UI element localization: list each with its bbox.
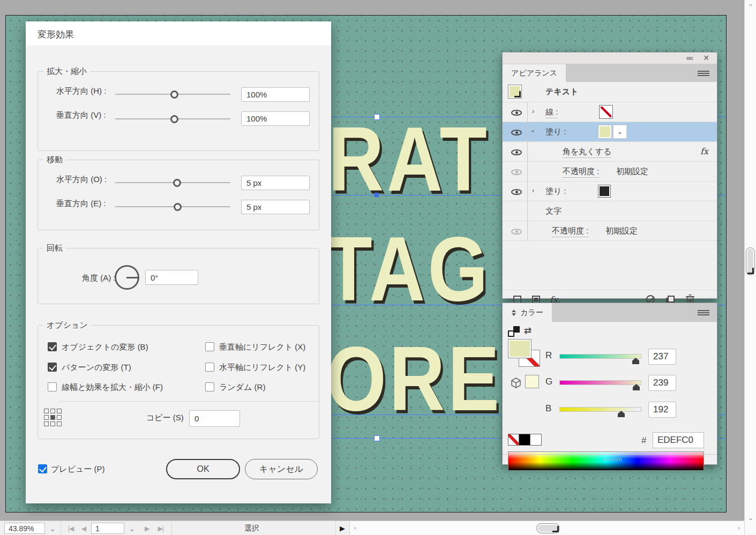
red-value-input[interactable]: 237 bbox=[648, 349, 676, 365]
anchor-point[interactable] bbox=[375, 193, 379, 197]
scale-vertical-input[interactable]: 100% bbox=[241, 111, 310, 126]
random-label: ランダム (R) bbox=[219, 382, 265, 393]
move-horizontal-slider-knob[interactable] bbox=[173, 179, 181, 187]
last-page-icon[interactable]: ▶| bbox=[154, 523, 167, 534]
expand-chevron-icon[interactable]: › bbox=[532, 187, 534, 194]
vertical-scrollbar[interactable]: ⌃ ⌄ bbox=[744, 0, 756, 535]
selection-handle[interactable] bbox=[374, 114, 380, 120]
green-channel-slider[interactable] bbox=[559, 380, 641, 385]
page-dropdown-icon[interactable]: ⌄ bbox=[125, 523, 138, 534]
collapse-chevron-icon[interactable]: › bbox=[529, 130, 537, 132]
blue-channel-label: B bbox=[545, 403, 551, 414]
first-page-icon[interactable]: |◀ bbox=[64, 523, 77, 534]
scale-vertical-slider-knob[interactable] bbox=[170, 115, 178, 123]
fill-dropdown-icon[interactable]: ⌄ bbox=[613, 125, 627, 139]
color-panel-resize-strip[interactable] bbox=[503, 454, 717, 463]
ok-button[interactable]: OK bbox=[166, 459, 240, 479]
scale-strokes-effects-checkbox[interactable] bbox=[48, 382, 57, 391]
fill-label[interactable]: 塗り : bbox=[545, 127, 566, 137]
reflect-x-checkbox[interactable] bbox=[205, 342, 214, 351]
expand-chevron-icon[interactable]: › bbox=[532, 108, 534, 115]
transform-objects-checkbox[interactable] bbox=[48, 342, 57, 351]
black-swatch[interactable] bbox=[519, 434, 530, 446]
fill-black-swatch[interactable] bbox=[598, 185, 611, 198]
transform-patterns-label: パターンの変形 (T) bbox=[62, 363, 131, 373]
visibility-eye-icon[interactable] bbox=[511, 149, 522, 155]
close-panel-icon[interactable]: ✕ bbox=[703, 54, 709, 62]
scale-horizontal-slider-knob[interactable] bbox=[170, 91, 178, 99]
move-vertical-input[interactable]: 5 px bbox=[241, 200, 310, 214]
zoom-level-input[interactable]: 43.89% bbox=[4, 523, 45, 534]
transform-patterns-checkbox[interactable] bbox=[48, 363, 57, 372]
panel-menu-icon[interactable] bbox=[698, 71, 709, 76]
scroll-down-icon[interactable]: ⌄ bbox=[745, 514, 756, 522]
blue-channel-slider[interactable] bbox=[559, 407, 641, 412]
visibility-eye-icon-dim[interactable] bbox=[511, 169, 522, 175]
swap-fill-stroke-icon[interactable]: ⇄ bbox=[524, 325, 532, 336]
move-horizontal-input[interactable]: 5 px bbox=[241, 176, 310, 190]
scale-horizontal-input[interactable]: 100% bbox=[241, 87, 310, 102]
horizontal-scrollbar[interactable]: ‹ › bbox=[349, 521, 744, 535]
panel-menu-icon[interactable] bbox=[698, 310, 709, 315]
reference-point-locator[interactable] bbox=[44, 409, 62, 426]
zoom-dropdown-icon[interactable]: ⌄ bbox=[46, 523, 59, 534]
round-corners-row[interactable]: 角を丸くする fx bbox=[503, 142, 717, 162]
tab-appearance[interactable]: アピアランス bbox=[503, 64, 566, 82]
fill-black-label[interactable]: 塗り : bbox=[545, 186, 566, 197]
scroll-up-icon[interactable]: ⌃ bbox=[745, 3, 756, 11]
visibility-eye-icon[interactable] bbox=[511, 110, 522, 116]
cancel-button[interactable]: キャンセル bbox=[245, 459, 318, 479]
scroll-right-icon[interactable]: › bbox=[738, 524, 740, 532]
none-swatch[interactable] bbox=[508, 434, 519, 446]
next-page-icon[interactable]: ▶ bbox=[141, 523, 152, 534]
angle-dial[interactable] bbox=[115, 265, 139, 290]
random-checkbox[interactable] bbox=[205, 382, 214, 391]
characters-label[interactable]: 文字 bbox=[545, 206, 562, 216]
opacity-label[interactable]: 不透明度 : bbox=[552, 226, 588, 237]
fill-black-row[interactable]: › 塗り : bbox=[503, 182, 717, 201]
visibility-eye-icon[interactable] bbox=[511, 189, 522, 195]
stroke-row[interactable]: › 線 : bbox=[503, 102, 717, 122]
copies-input[interactable]: 0 bbox=[189, 410, 240, 427]
selection-handle[interactable] bbox=[374, 435, 380, 441]
round-corners-label[interactable]: 角を丸くする bbox=[563, 147, 611, 158]
status-mode-label[interactable]: 選択 bbox=[204, 524, 300, 533]
fill-color-swatch[interactable] bbox=[598, 125, 612, 139]
reflect-y-checkbox[interactable] bbox=[205, 363, 214, 372]
scroll-left-icon[interactable]: ‹ bbox=[354, 524, 356, 532]
move-vertical-slider[interactable] bbox=[115, 206, 230, 207]
stroke-none-swatch[interactable] bbox=[599, 105, 613, 119]
blue-value-input[interactable]: 192 bbox=[648, 402, 676, 418]
move-vertical-slider-knob[interactable] bbox=[174, 203, 182, 211]
status-expand-icon[interactable]: ▶ bbox=[336, 521, 348, 535]
appearance-target-row[interactable]: テキスト bbox=[503, 82, 717, 102]
default-fill-stroke-icon[interactable] bbox=[508, 326, 520, 337]
hex-hash-label: # bbox=[641, 435, 646, 446]
visibility-eye-icon[interactable] bbox=[511, 130, 522, 135]
fill-proxy-swatch[interactable] bbox=[508, 339, 532, 358]
visibility-eye-icon-dim[interactable] bbox=[511, 229, 522, 235]
white-swatch[interactable] bbox=[530, 434, 542, 446]
horizontal-scroll-thumb[interactable] bbox=[536, 523, 560, 533]
collapse-panel-icon[interactable]: «« bbox=[686, 54, 692, 62]
out-of-gamut-cube-icon[interactable] bbox=[510, 377, 522, 389]
preview-checkbox[interactable] bbox=[38, 464, 47, 473]
previous-page-icon[interactable]: ◀ bbox=[78, 523, 89, 534]
red-channel-slider[interactable] bbox=[559, 354, 641, 359]
vertical-scroll-thumb[interactable] bbox=[746, 247, 755, 275]
hex-value-input[interactable]: EDEFC0 bbox=[653, 432, 704, 448]
characters-row[interactable]: 文字 bbox=[503, 201, 717, 221]
stroke-label[interactable]: 線 : bbox=[545, 107, 558, 118]
appearance-panel-titlebar: «« ✕ bbox=[503, 52, 717, 64]
angle-input[interactable]: 0° bbox=[145, 270, 198, 285]
opacity-row-2[interactable]: 不透明度 : 初期設定 bbox=[503, 221, 717, 241]
gamut-color-swatch[interactable] bbox=[525, 375, 539, 388]
fill-row-selected[interactable]: › 塗り : ⌄ bbox=[503, 122, 717, 142]
fx-effect-icon[interactable]: fx bbox=[700, 146, 708, 156]
opacity-value: 初期設定 bbox=[605, 226, 638, 236]
tab-color[interactable]: カラー bbox=[503, 303, 552, 322]
page-number-input[interactable]: 1 bbox=[91, 523, 124, 534]
opacity-label[interactable]: 不透明度 : bbox=[563, 167, 599, 178]
green-value-input[interactable]: 239 bbox=[648, 375, 676, 391]
opacity-row-1[interactable]: 不透明度 : 初期設定 bbox=[503, 162, 717, 182]
